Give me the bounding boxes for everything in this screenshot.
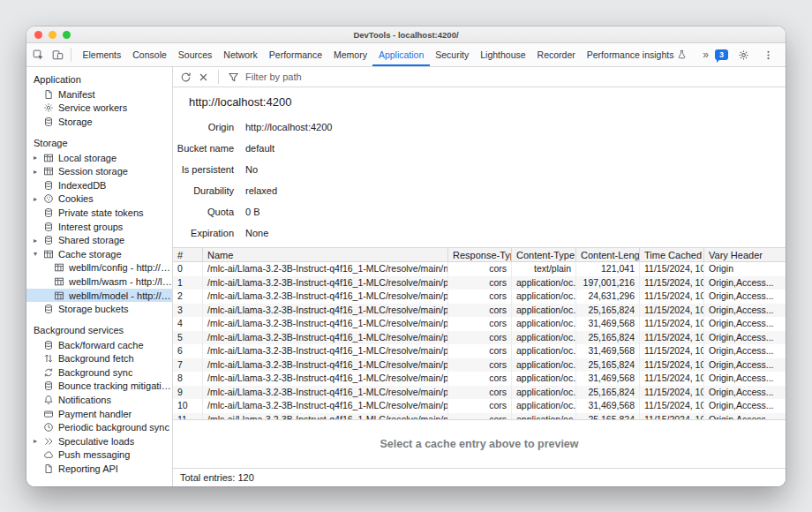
sidebar-item-webllm-wasm-http-loca[interactable]: webllm/wasm - http://loca... bbox=[26, 275, 172, 289]
cell-response-type: cors bbox=[448, 317, 512, 331]
sidebar-item-storage-buckets[interactable]: Storage buckets bbox=[26, 302, 172, 316]
tab-lighthouse[interactable]: Lighthouse bbox=[475, 43, 531, 66]
window-minimize-button[interactable] bbox=[49, 31, 56, 39]
window-close-button[interactable] bbox=[34, 31, 42, 39]
cell-response-type: cors bbox=[448, 386, 512, 400]
tab-console[interactable]: Console bbox=[127, 43, 173, 66]
chevron-right-icon[interactable]: ▸ bbox=[34, 154, 43, 162]
window-zoom-button[interactable] bbox=[63, 31, 71, 39]
cell-vary-header: Origin,Access... bbox=[704, 344, 786, 358]
application-sidebar: ApplicationManifestService workersStorag… bbox=[26, 67, 173, 486]
tab-sources[interactable]: Sources bbox=[172, 43, 218, 66]
sidebar-item-label: Storage buckets bbox=[58, 304, 129, 314]
column-header-content-type[interactable]: Content-Type bbox=[512, 248, 576, 261]
tab-label: Memory bbox=[334, 49, 367, 60]
sidebar-item-periodic-background-sync[interactable]: Periodic background sync bbox=[26, 420, 172, 434]
cell-vary-header: Origin,Access... bbox=[704, 331, 786, 345]
chevron-right-icon[interactable]: ▸ bbox=[34, 168, 43, 176]
preview-pane: Select a cache entry above to preview bbox=[173, 419, 786, 468]
clear-icon[interactable] bbox=[198, 72, 209, 83]
refresh-icon[interactable] bbox=[180, 72, 192, 83]
column-header-num[interactable]: # bbox=[173, 248, 203, 261]
cell-time-cached: 11/15/2024, 10... bbox=[640, 290, 704, 304]
tab-network[interactable]: Network bbox=[218, 43, 264, 66]
tabbar-left-tools bbox=[26, 46, 77, 64]
sidebar-item-background-fetch[interactable]: Background fetch bbox=[26, 352, 172, 366]
chevron-down-icon[interactable]: ▾ bbox=[34, 250, 43, 258]
sidebar-item-label: Interest groups bbox=[58, 222, 123, 232]
tab-elements[interactable]: Elements bbox=[77, 43, 127, 66]
sidebar-item-local-storage[interactable]: ▸Local storage bbox=[26, 151, 172, 165]
chevron-right-icon[interactable]: ▸ bbox=[34, 237, 43, 245]
kebab-menu-icon[interactable] bbox=[759, 46, 778, 64]
meta-value-expiration: None bbox=[245, 228, 786, 238]
tab-performance-insights[interactable]: Performance insights bbox=[581, 43, 694, 66]
tab-application[interactable]: Application bbox=[372, 43, 429, 66]
cell-response-type: cors bbox=[448, 372, 512, 386]
tab-memory[interactable]: Memory bbox=[327, 43, 372, 66]
sidebar-item-service-workers[interactable]: Service workers bbox=[26, 102, 172, 116]
chevron-right-icon[interactable]: ▸ bbox=[34, 437, 43, 445]
sidebar-item-manifest[interactable]: Manifest bbox=[26, 87, 172, 102]
cache-entry-row[interactable]: 1/mlc-ai/Llama-3.2-3B-Instruct-q4f16_1-M… bbox=[173, 276, 786, 290]
sidebar-item-shared-storage[interactable]: ▸Shared storage bbox=[26, 233, 172, 247]
table-body[interactable]: 0/mlc-ai/Llama-3.2-3B-Instruct-q4f16_1-M… bbox=[173, 262, 786, 419]
sidebar-item-webllm-config-http-loc[interactable]: webllm/config - http://loc... bbox=[26, 261, 172, 275]
sidebar-item-reporting-api[interactable]: Reporting API bbox=[26, 462, 172, 476]
sidebar-item-cookies[interactable]: ▸Cookies bbox=[26, 192, 172, 207]
sidebar-item-back-forward-cache[interactable]: Back/forward cache bbox=[26, 338, 172, 352]
tab-recorder[interactable]: Recorder bbox=[531, 43, 581, 66]
more-tabs-icon[interactable]: » bbox=[703, 49, 709, 61]
sidebar-item-indexeddb[interactable]: IndexedDB bbox=[26, 178, 172, 192]
cell-content-length: 31,469,568 bbox=[576, 399, 640, 413]
filter-by-path-input[interactable] bbox=[245, 72, 448, 82]
sidebar-item-speculative-loads[interactable]: ▸Speculative loads bbox=[26, 434, 172, 448]
cell-content-length: 31,469,568 bbox=[576, 372, 640, 386]
cache-entry-row[interactable]: 6/mlc-ai/Llama-3.2-3B-Instruct-q4f16_1-M… bbox=[173, 344, 786, 358]
issues-badge[interactable]: 3 bbox=[715, 49, 728, 60]
settings-gear-icon[interactable] bbox=[734, 46, 753, 64]
sidebar-item-push-messaging[interactable]: Push messaging bbox=[26, 448, 172, 463]
cell-content-length: 25,165,824 bbox=[576, 386, 640, 400]
cell-content-type: application/oc... bbox=[512, 344, 576, 358]
cache-entry-row[interactable]: 3/mlc-ai/Llama-3.2-3B-Instruct-q4f16_1-M… bbox=[173, 304, 786, 318]
cache-entry-row[interactable]: 8/mlc-ai/Llama-3.2-3B-Instruct-q4f16_1-M… bbox=[173, 372, 786, 386]
tab-performance[interactable]: Performance bbox=[263, 43, 327, 66]
sidebar-item-payment-handler[interactable]: Payment handler bbox=[26, 407, 172, 421]
column-header-time-cached[interactable]: Time Cached bbox=[640, 248, 704, 261]
sidebar-item-interest-groups[interactable]: Interest groups bbox=[26, 220, 172, 234]
sidebar-item-label: Speculative loads bbox=[58, 436, 134, 447]
sidebar-item-session-storage[interactable]: ▸Session storage bbox=[26, 164, 172, 178]
cache-entry-row[interactable]: 9/mlc-ai/Llama-3.2-3B-Instruct-q4f16_1-M… bbox=[173, 386, 786, 400]
sidebar-item-private-state-tokens[interactable]: Private state tokens bbox=[26, 206, 172, 220]
clock-icon bbox=[43, 422, 54, 433]
cache-entry-row[interactable]: 4/mlc-ai/Llama-3.2-3B-Instruct-q4f16_1-M… bbox=[173, 317, 786, 331]
inspect-element-icon[interactable] bbox=[29, 46, 48, 64]
sidebar-section-application: Application bbox=[26, 74, 172, 85]
column-header-content-length[interactable]: Content-Length bbox=[576, 248, 640, 261]
cache-entry-row[interactable]: 7/mlc-ai/Llama-3.2-3B-Instruct-q4f16_1-M… bbox=[173, 358, 786, 373]
cache-entry-row[interactable]: 0/mlc-ai/Llama-3.2-3B-Instruct-q4f16_1-M… bbox=[173, 262, 786, 276]
column-header-vary-header[interactable]: Vary Header bbox=[704, 248, 786, 261]
cell-time-cached: 11/15/2024, 10... bbox=[640, 317, 704, 331]
sidebar-item-storage[interactable]: Storage bbox=[26, 115, 172, 129]
chevron-right-icon[interactable]: ▸ bbox=[34, 195, 43, 203]
card-icon bbox=[43, 409, 54, 419]
sidebar-item-cache-storage[interactable]: ▾Cache storage bbox=[26, 247, 172, 261]
sidebar-item-notifications[interactable]: Notifications bbox=[26, 393, 172, 407]
speed-icon bbox=[43, 436, 54, 447]
cache-storage-panel: http://localhost:4200 Originhttp://local… bbox=[173, 67, 786, 486]
cache-entry-row[interactable]: 11/mlc-ai/Llama-3.2-3B-Instruct-q4f16_1-… bbox=[173, 413, 786, 420]
cell-content-length: 25,165,824 bbox=[576, 358, 640, 373]
column-header-name[interactable]: Name bbox=[203, 248, 448, 261]
sidebar-item-background-sync[interactable]: Background sync bbox=[26, 365, 172, 380]
cell-vary-header: Origin bbox=[704, 262, 786, 276]
sidebar-item-webllm-model-http-loc[interactable]: webllm/model - http://loc... bbox=[26, 289, 172, 303]
device-toolbar-icon[interactable] bbox=[49, 46, 67, 64]
cache-entry-row[interactable]: 10/mlc-ai/Llama-3.2-3B-Instruct-q4f16_1-… bbox=[173, 399, 786, 413]
tab-security[interactable]: Security bbox=[430, 43, 475, 66]
cache-entry-row[interactable]: 2/mlc-ai/Llama-3.2-3B-Instruct-q4f16_1-M… bbox=[173, 290, 786, 304]
cache-entry-row[interactable]: 5/mlc-ai/Llama-3.2-3B-Instruct-q4f16_1-M… bbox=[173, 331, 786, 345]
column-header-response-type[interactable]: Response-Type bbox=[448, 248, 512, 261]
sidebar-item-bounce-tracking-mitigations[interactable]: Bounce tracking mitigations bbox=[26, 380, 172, 394]
